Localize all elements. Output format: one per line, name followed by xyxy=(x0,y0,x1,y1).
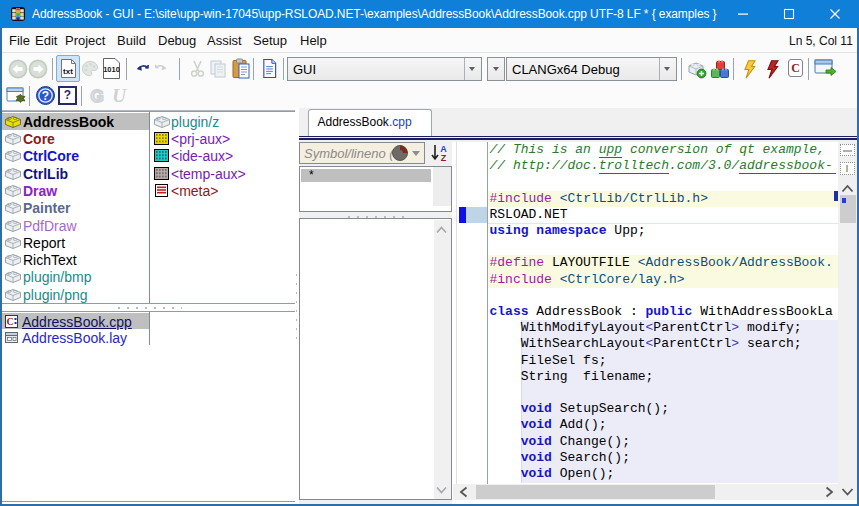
svg-text:C: C xyxy=(6,316,13,327)
svg-text:?: ? xyxy=(42,89,49,103)
svg-text:G: G xyxy=(90,87,103,106)
svg-text:Z: Z xyxy=(441,153,447,163)
svg-text:1010: 1010 xyxy=(103,65,120,74)
svg-text:txt: txt xyxy=(63,67,73,76)
svg-text:A: A xyxy=(440,143,447,153)
svg-text:U: U xyxy=(112,86,127,106)
